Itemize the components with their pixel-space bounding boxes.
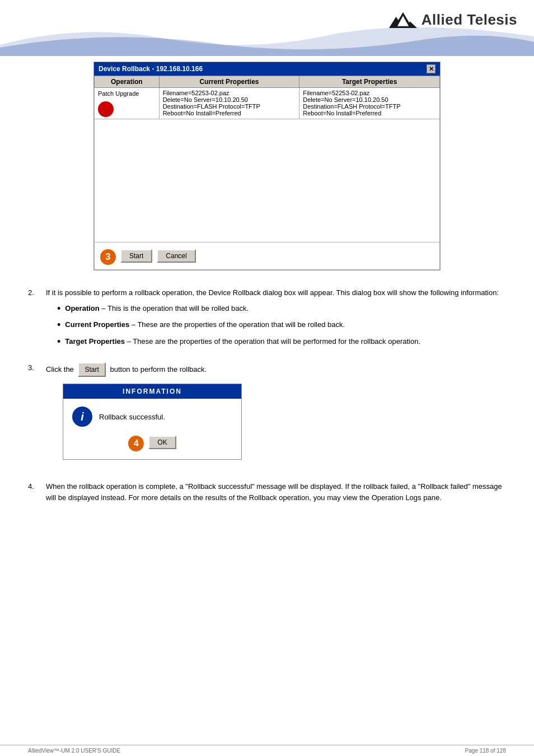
term-current: Current Properties [65, 320, 129, 329]
bullet-target-props: Target Properties – These are the proper… [57, 336, 506, 348]
bullet-current-props-text: Current Properties – These are the prope… [65, 319, 345, 330]
term-target: Target Properties [65, 337, 125, 346]
footer-badge-wrap: 3 [100, 247, 116, 265]
dialog-close-button[interactable]: ✕ [427, 64, 435, 73]
footer-left: AlliedView™-UM 2.0 USER'S GUIDE [28, 748, 120, 754]
step-4: 4. When the rollback operation is comple… [28, 481, 506, 503]
page-footer: AlliedView™-UM 2.0 USER'S GUIDE Page 118… [0, 745, 534, 756]
bullet-current-props: Current Properties – These are the prope… [57, 319, 506, 332]
step-4-number: 4. [28, 481, 39, 503]
operation-badge [98, 101, 114, 117]
dialog-table: Operation Current Properties Target Prop… [94, 76, 440, 119]
step-2-content: If it is possible to perform a rollback … [46, 287, 506, 352]
bullet-operation: Operation – This is the operation that w… [57, 303, 506, 315]
step-3-content: Click the Start button to perform the ro… [46, 362, 506, 471]
dialog-title: Device Rollback - 192.168.10.166 [99, 65, 203, 73]
dialog-empty-area [94, 119, 440, 242]
desc-target: – These are the properties of the operat… [127, 337, 420, 346]
device-rollback-dialog: Device Rollback - 192.168.10.166 ✕ Opera… [93, 62, 441, 270]
step-2-number: 2. [28, 287, 39, 352]
info-icon: i [72, 407, 92, 427]
dash-0: – [101, 304, 105, 312]
current-properties-cell: Filename=52253-02.paz Delete=No Server=1… [159, 88, 299, 119]
col-target-props: Target Properties [299, 76, 440, 88]
instructions-list: 2. If it is possible to perform a rollba… [28, 287, 506, 503]
table-row: Patch Upgrade Filename=52253-02.paz Dele… [95, 88, 440, 119]
page-header: Allied Telesis [0, 0, 534, 56]
target-properties-cell: Filename=52253-02.paz Delete=No Server=1… [299, 88, 440, 119]
info-message-row: i Rollback successful. [72, 407, 232, 427]
step-3-inline-button: Start [78, 362, 105, 377]
ok-badge: 4 [128, 436, 144, 451]
target-prop-delete: Delete=No Server=10.10.20.50 [303, 96, 388, 103]
current-prop-filename: Filename=52253-02.paz [163, 90, 229, 96]
info-body: i Rollback successful. 4 OK [63, 399, 241, 459]
info-title-bar: INFORMATION [63, 384, 241, 399]
col-current-props: Current Properties [159, 76, 299, 88]
desc-current: – These are the properties of the operat… [132, 320, 345, 329]
operation-cell: Patch Upgrade [95, 88, 160, 119]
dialog-footer: 3 Start Cancel [94, 242, 440, 270]
current-prop-reboot: Reboot=No Install=Preferred [163, 110, 241, 116]
logo-text: Allied Telesis [421, 11, 517, 29]
step-2: 2. If it is possible to perform a rollba… [28, 287, 506, 352]
ok-button[interactable]: OK [148, 436, 176, 449]
step-3-suffix: button to perform the rollback. [110, 365, 207, 374]
start-badge: 3 [100, 249, 116, 265]
operation-label: Patch Upgrade [98, 90, 139, 97]
info-message: Rollback successful. [99, 412, 165, 423]
bullet-target-props-text: Target Properties – These are the proper… [65, 336, 420, 347]
term-operation: Operation [65, 304, 99, 312]
dialog-title-bar: Device Rollback - 192.168.10.166 ✕ [94, 62, 440, 76]
start-button[interactable]: Start [120, 249, 152, 263]
allied-telesis-logo-icon [389, 8, 417, 31]
desc-operation: This is the operation that will be rolle… [107, 304, 249, 312]
col-operation: Operation [95, 76, 160, 88]
target-prop-dest: Destination=FLASH Protocol=TFTP [303, 103, 400, 110]
target-prop-reboot: Reboot=No Install=Preferred [303, 110, 381, 116]
footer-right: Page 118 of 128 [465, 748, 506, 754]
information-dialog: INFORMATION i Rollback successful. 4 OK [63, 384, 242, 460]
bullet-operation-text: Operation – This is the operation that w… [65, 303, 249, 314]
step-4-content: When the rollback operation is complete,… [46, 481, 506, 503]
step-3-prefix: Click the [46, 365, 74, 374]
step-3: 3. Click the Start button to perform the… [28, 362, 506, 471]
step-2-intro: If it is possible to perform a rollback … [46, 288, 499, 297]
main-content: Device Rollback - 192.168.10.166 ✕ Opera… [0, 56, 534, 531]
step-4-text: When the rollback operation is complete,… [46, 482, 502, 502]
logo-area: Allied Telesis [389, 8, 517, 31]
step-3-number: 3. [28, 362, 39, 471]
current-prop-delete: Delete=No Server=10.10.20.50 [163, 96, 248, 103]
current-prop-dest: Destination=FLASH Protocol=TFTP [163, 103, 260, 110]
target-prop-filename: Filename=52253-02.paz [303, 90, 369, 96]
cancel-button[interactable]: Cancel [157, 249, 195, 263]
info-ok-row: 4 OK [128, 433, 176, 451]
step-2-bullets: Operation – This is the operation that w… [46, 303, 506, 348]
